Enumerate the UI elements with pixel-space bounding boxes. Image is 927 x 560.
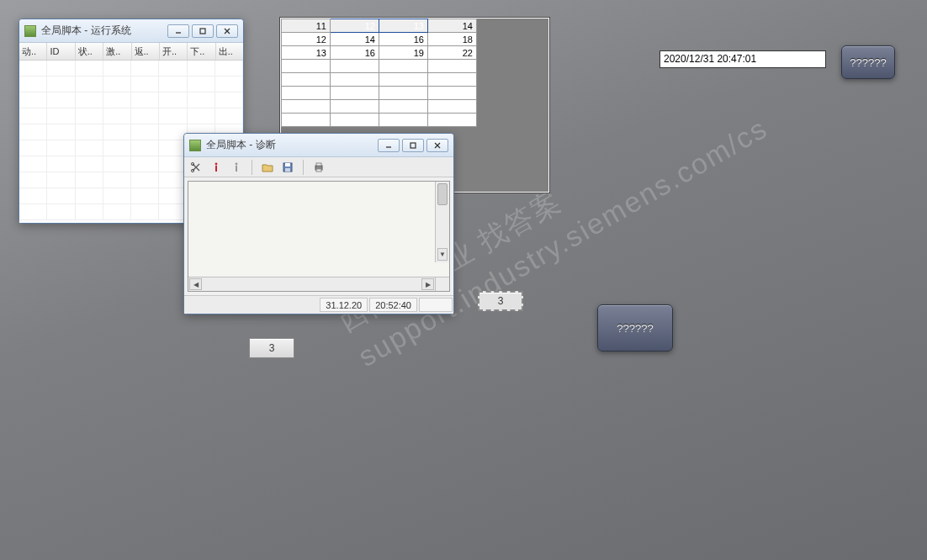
grid-cell[interactable] [428,60,477,73]
print-icon[interactable] [312,161,326,174]
app-icon [24,25,36,37]
list-row[interactable] [19,77,243,92]
grid-cell[interactable] [379,114,428,127]
scroll-left-arrow[interactable]: ◀ [189,278,202,290]
grid-cell[interactable] [282,100,331,114]
grid-cell[interactable]: 11 [282,19,331,33]
svg-rect-13 [236,166,237,172]
grid-cell[interactable] [379,60,428,73]
window-title: 全局脚本 - 运行系统 [41,24,162,38]
grid-cell[interactable] [282,114,331,127]
scrollbar-corner [435,277,449,291]
grid-cell[interactable] [428,73,477,87]
toolbar [184,157,453,177]
column-header[interactable]: 下.. [188,43,215,60]
value-box-2[interactable]: 3 [478,291,523,311]
open-icon[interactable] [261,161,274,174]
grid-cell[interactable]: 14 [331,33,379,46]
scroll-right-arrow[interactable]: ▶ [421,278,434,290]
close-button[interactable] [426,139,448,152]
svg-rect-11 [215,166,217,172]
svg-rect-16 [285,168,290,172]
grid-cell[interactable] [379,73,428,87]
list-row[interactable] [19,92,243,108]
horizontal-scrollbar[interactable]: ◀ ▶ [188,277,449,291]
column-header[interactable]: 出.. [216,43,243,60]
svg-rect-1 [200,29,205,34]
grid-cell[interactable] [331,87,379,100]
svg-point-10 [215,162,218,165]
info-gray-icon[interactable] [230,161,243,174]
scissors-icon[interactable] [189,161,203,174]
grid-cell[interactable] [282,60,331,73]
column-header[interactable]: ID [47,43,75,60]
titlebar[interactable]: 全局脚本 - 诊断 [184,134,453,157]
list-row[interactable] [19,61,243,77]
grid-cell[interactable]: 12 [282,33,331,46]
grid-cell[interactable] [379,87,428,100]
minimize-button[interactable] [378,139,400,152]
grid-cell[interactable]: 19 [379,46,428,60]
grid-cell[interactable] [379,100,428,114]
scrollbar-thumb[interactable] [437,183,448,205]
status-time: 20:52:40 [369,298,417,312]
grid-cell[interactable] [282,87,331,100]
close-button[interactable] [216,24,238,38]
titlebar[interactable]: 全局脚本 - 运行系统 [19,19,243,43]
grid-cell[interactable]: 16 [331,46,379,60]
maximize-button[interactable] [192,24,214,38]
column-header[interactable]: 开.. [160,43,188,60]
grid-cell[interactable] [282,73,331,87]
grid-cell[interactable] [428,87,477,100]
grid-cell[interactable]: 18 [428,33,477,46]
grid-cell[interactable]: 14 [428,19,477,33]
status-bar: 31.12.20 20:52:40 [184,295,453,314]
vertical-scrollbar[interactable]: ▼ [435,182,449,262]
grid-cell[interactable] [331,60,379,73]
svg-point-12 [236,162,238,165]
separator [303,160,304,175]
save-icon[interactable] [281,161,294,174]
column-header[interactable]: 状.. [76,43,103,60]
svg-rect-5 [411,143,416,148]
status-date: 31.12.20 [320,298,368,312]
app-icon [189,140,201,151]
column-headers: 动..ID状..激..返..开..下..出.. [19,43,243,61]
button-2[interactable]: ?????? [597,304,673,351]
svg-rect-15 [285,163,290,166]
timestamp-field[interactable]: 2020/12/31 20:47:01 [659,50,826,68]
grid-cell[interactable] [331,114,379,127]
column-header[interactable]: 激.. [103,43,131,60]
column-header[interactable]: 动.. [19,43,47,60]
scroll-down-arrow[interactable]: ▼ [437,248,448,261]
button-1[interactable]: ?????? [841,45,895,79]
grid-cell[interactable] [331,100,379,114]
grid-cell[interactable] [428,114,477,127]
maximize-button[interactable] [402,139,424,152]
data-grid[interactable]: 111213141214161813161922 [281,18,477,127]
minimize-button[interactable] [167,24,189,38]
svg-rect-19 [316,169,321,172]
column-header[interactable]: 返.. [132,43,160,60]
diagnostics-content[interactable]: ▼ [188,182,449,277]
grid-cell[interactable] [428,100,477,114]
grid-cell[interactable]: 22 [428,46,477,60]
grid-cell[interactable]: 12 [331,19,379,33]
separator [252,160,252,175]
list-row[interactable] [19,108,243,124]
window-title: 全局脚本 - 诊断 [206,138,373,152]
svg-rect-18 [316,163,321,166]
grid-cell[interactable] [331,73,379,87]
grid-cell[interactable]: 13 [379,19,428,33]
diagnostics-window: 全局脚本 - 诊断 ▼ ◀ ▶ 31.12.20 20: [183,133,454,314]
status-blank [419,298,453,312]
value-box-1[interactable]: 3 [249,338,294,358]
info-red-icon[interactable] [209,161,223,174]
grid-cell[interactable]: 13 [282,46,331,60]
diagnostics-body: ▼ ◀ ▶ [188,181,450,292]
grid-cell[interactable]: 16 [379,33,428,46]
